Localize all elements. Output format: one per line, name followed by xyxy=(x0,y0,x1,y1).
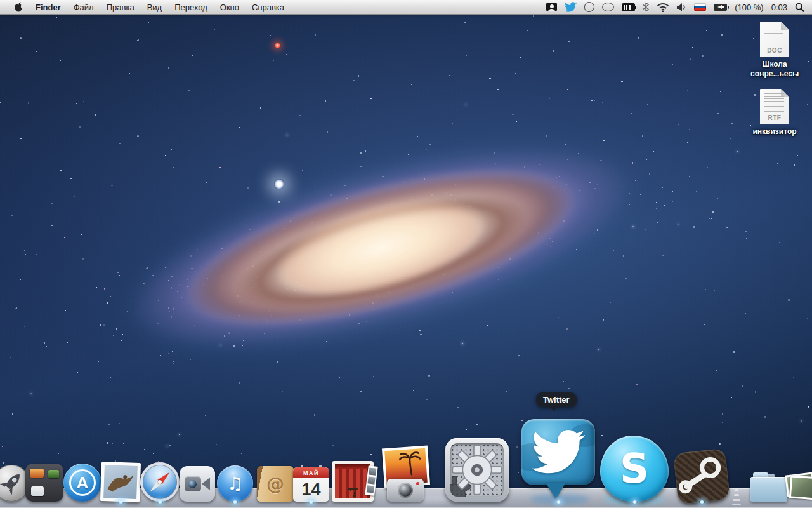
star xyxy=(361,218,362,219)
menu-window[interactable]: Окно xyxy=(214,3,246,12)
dock-item-skype[interactable]: S xyxy=(600,436,669,502)
doc-badge: DOC xyxy=(760,47,789,54)
star xyxy=(794,164,795,166)
dock-item-app-store[interactable]: A xyxy=(63,464,102,502)
dock-item-pictures-stack[interactable] xyxy=(785,471,812,502)
dock-item-mission-control[interactable] xyxy=(25,464,63,502)
star xyxy=(325,100,326,102)
star xyxy=(513,358,514,359)
dock-item-system-preferences[interactable] xyxy=(445,438,509,502)
star xyxy=(107,302,108,304)
red-star xyxy=(275,43,280,48)
star xyxy=(656,202,657,203)
star xyxy=(154,348,154,349)
steam-logo-icon xyxy=(673,448,730,504)
dock-item-photo-booth[interactable] xyxy=(332,461,374,502)
star xyxy=(426,399,428,400)
menu-file[interactable]: Файл xyxy=(67,3,100,12)
menu-app-name[interactable]: Finder xyxy=(29,3,67,12)
star xyxy=(690,128,690,128)
star xyxy=(157,323,159,324)
user-menu-icon[interactable] xyxy=(546,0,557,14)
twitter-menu-icon[interactable] xyxy=(565,0,577,14)
star xyxy=(51,203,53,204)
menu-edit[interactable]: Правка xyxy=(100,3,141,12)
dock-item-twitter[interactable] xyxy=(521,419,595,502)
wifi-glyph xyxy=(657,3,669,12)
bluetooth-icon[interactable] xyxy=(643,0,649,14)
star xyxy=(706,30,707,30)
wifi-icon[interactable] xyxy=(657,0,669,14)
star xyxy=(98,152,99,152)
star xyxy=(635,180,636,181)
running-indicator-steam xyxy=(699,500,705,504)
star xyxy=(610,302,611,303)
star xyxy=(70,178,72,179)
star xyxy=(603,319,604,320)
star xyxy=(253,302,254,303)
star xyxy=(468,206,469,207)
apple-menu[interactable] xyxy=(8,0,29,14)
star xyxy=(705,289,706,290)
battery-percent[interactable]: (100 %) xyxy=(735,3,764,12)
at-sign: @ xyxy=(266,474,284,495)
dock-item-documents-folder[interactable] xyxy=(750,472,787,502)
star xyxy=(327,131,328,133)
star xyxy=(310,256,311,257)
star xyxy=(308,252,309,253)
menu-view[interactable]: Вид xyxy=(141,3,169,12)
dock-item-safari[interactable] xyxy=(140,462,180,502)
battery-gauge-icon[interactable] xyxy=(622,0,635,14)
star xyxy=(546,135,547,137)
star xyxy=(146,268,147,269)
star xyxy=(282,384,283,385)
star xyxy=(672,201,673,202)
star xyxy=(415,277,416,278)
star xyxy=(277,281,277,282)
star xyxy=(346,50,346,50)
star xyxy=(309,267,310,267)
star xyxy=(171,287,172,288)
keyboard-layout-flag-ru[interactable] xyxy=(694,0,706,14)
star xyxy=(320,297,321,298)
star xyxy=(141,306,142,307)
galaxy-dust-ring xyxy=(60,67,702,429)
star xyxy=(461,196,462,197)
dock-item-mail[interactable] xyxy=(100,462,141,502)
dock-item-ical[interactable]: МАЙ 14 xyxy=(293,467,329,502)
menu-go[interactable]: Переход xyxy=(168,3,214,12)
menu-bar-status: (100 %) 0:03 xyxy=(546,0,812,14)
dock-item-itunes[interactable]: ♫ xyxy=(217,465,253,502)
star xyxy=(400,242,402,243)
menu-help[interactable]: Справка xyxy=(246,3,291,12)
star xyxy=(446,192,447,193)
star xyxy=(634,185,634,185)
star xyxy=(168,353,169,354)
doc-text-lines xyxy=(764,27,783,36)
galaxy-arm xyxy=(13,36,749,459)
star xyxy=(353,223,354,224)
skype-status-icon[interactable] xyxy=(584,0,594,14)
star xyxy=(539,293,540,293)
star xyxy=(455,199,456,201)
star xyxy=(721,34,723,36)
dock-item-facetime[interactable] xyxy=(180,466,215,502)
star xyxy=(380,267,381,269)
star xyxy=(700,143,700,144)
menu-clock[interactable]: 0:03 xyxy=(771,3,787,12)
star xyxy=(373,376,374,377)
dock-item-steam[interactable] xyxy=(673,448,730,504)
star xyxy=(343,289,344,290)
chat-status-icon[interactable] xyxy=(602,0,614,14)
star xyxy=(20,279,21,280)
battery-charging-icon[interactable] xyxy=(714,0,727,14)
battery-body-icon xyxy=(714,4,727,11)
star xyxy=(391,202,393,203)
volume-icon[interactable] xyxy=(677,0,686,14)
desktop-file-doc[interactable]: DOC Школа совре...ьесы xyxy=(750,22,799,79)
desktop-file-rtf[interactable]: RTF инквизитор xyxy=(750,89,799,137)
dock-item-iphoto[interactable] xyxy=(378,447,434,502)
dock-item-address-book[interactable]: @ xyxy=(257,466,294,502)
spotlight-icon[interactable] xyxy=(795,0,804,14)
star xyxy=(372,302,374,304)
